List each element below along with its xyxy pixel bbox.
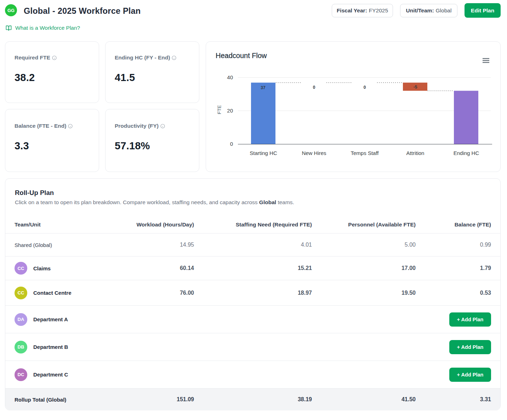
svg-text:0: 0 (313, 85, 315, 90)
svg-text:20: 20 (227, 108, 233, 114)
svg-text:37: 37 (261, 85, 266, 90)
svg-text:Ending HC: Ending HC (454, 150, 479, 156)
svg-text:0: 0 (230, 141, 233, 147)
svg-text:New Hires: New Hires (302, 150, 326, 156)
svg-text:Temps Staff: Temps Staff (351, 150, 379, 156)
svg-text:40: 40 (227, 74, 233, 80)
svg-text:-5: -5 (414, 85, 417, 90)
svg-text:0: 0 (364, 85, 366, 90)
svg-text:Starting HC: Starting HC (250, 150, 277, 156)
svg-text:Attrition: Attrition (406, 150, 425, 156)
svg-text:FTE: FTE (217, 105, 222, 114)
